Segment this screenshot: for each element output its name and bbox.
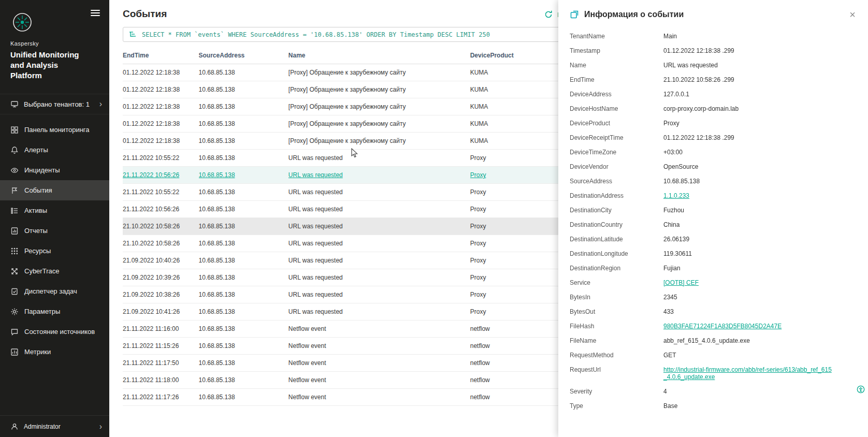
field-key: Name (570, 62, 663, 69)
sidebar-item-reports[interactable]: Отчеты (0, 221, 109, 241)
field-value: +03:00 (663, 149, 683, 156)
field-value: 2345 (663, 294, 677, 301)
field-key: RequestMethod (570, 352, 663, 359)
sidebar-item-dashboard[interactable]: Панель мониторинга (0, 120, 109, 140)
sidebar-item-cybertrace[interactable]: CyberTrace (0, 261, 109, 281)
close-icon[interactable]: × (849, 9, 856, 20)
field-key: DestinationLatitude (570, 236, 663, 243)
field-key: DestinationCountry (570, 221, 663, 228)
tenant-selector[interactable]: Выбрано тенантов: 1 › (0, 94, 109, 114)
sidebar-item-label: Метрики (24, 348, 51, 356)
event-field-row: SourceAddress10.68.85.138 (570, 174, 856, 188)
table-cell: 01.12.2022 12:18:38 (123, 98, 199, 115)
field-key: DeviceHostName (570, 105, 663, 112)
metrics-icon (10, 348, 19, 356)
field-value: 01.12.2022 12:18:38 .299 (663, 47, 734, 54)
table-cell: Proxy (470, 167, 562, 184)
column-header[interactable]: DeviceProduct (470, 47, 562, 64)
bell-icon (10, 146, 19, 154)
table-cell: 21.09.2022 10:39:26 (123, 269, 199, 286)
table-cell: URL was requested (288, 184, 470, 201)
sidebar-item-assets[interactable]: Активы (0, 200, 109, 221)
table-cell: 21.11.2022 11:16:00 (123, 321, 199, 338)
field-key: DestinationRegion (570, 265, 663, 272)
sidebar-item-label: Ресурсы (24, 247, 51, 255)
query-builder-icon[interactable] (128, 31, 137, 39)
cybertrace-icon (10, 267, 19, 275)
column-header[interactable]: EndTime (123, 47, 199, 64)
user-icon (10, 423, 19, 431)
user-name: Administrator (24, 423, 61, 430)
tasks-icon (10, 287, 19, 296)
field-value-link[interactable]: http://industrial-firmware.com/abb/ref-s… (663, 366, 834, 381)
sidebar-item-settings[interactable]: Параметры (0, 301, 109, 322)
chevron-right-icon: › (99, 422, 102, 431)
sidebar-item-label: Отчеты (24, 227, 48, 235)
table-cell: 21.09.2022 10:38:26 (123, 286, 199, 303)
table-cell: netflow (470, 389, 562, 406)
refresh-icon[interactable] (543, 9, 554, 20)
table-cell: Netflow event (288, 321, 470, 338)
table-cell: [Proxy] Обращение к зарубежному сайту (288, 81, 470, 98)
table-cell: 10.68.85.138 (199, 201, 288, 218)
report-icon (10, 227, 19, 235)
field-value-link[interactable]: 1.1.0.233 (663, 192, 689, 199)
field-value: 01.12.2022 12:18:38 .299 (663, 134, 734, 141)
chevron-right-icon: › (99, 99, 102, 109)
gear-icon (10, 308, 19, 316)
field-value: Fuzhou (663, 207, 684, 214)
event-field-row: NameURL was requested (570, 58, 856, 72)
table-cell: 21.11.2022 10:56:26 (123, 167, 199, 184)
table-cell: 10.68.85.138 (199, 235, 288, 252)
field-value: Proxy (663, 120, 679, 127)
sidebar-item-label: Параметры (24, 308, 60, 315)
table-cell: Netflow event (288, 372, 470, 389)
field-value-link[interactable]: 980B3FAE71224F1A83D5FB8045D2A47E (663, 323, 782, 330)
table-cell: Proxy (470, 184, 562, 201)
table-cell: URL was requested (288, 286, 470, 303)
sidebar-item-resources[interactable]: Ресурсы (0, 241, 109, 261)
table-cell: Proxy (470, 269, 562, 286)
column-header[interactable]: SourceAddress (199, 47, 288, 64)
field-value: Main (663, 33, 677, 40)
table-cell: URL was requested (288, 269, 470, 286)
table-cell: [Proxy] Обращение к зарубежному сайту (288, 115, 470, 133)
table-cell: Netflow event (288, 389, 470, 406)
sidebar-item-source-status[interactable]: Состояние источников (0, 322, 109, 342)
field-value-link[interactable]: [OOTB] CEF (663, 279, 699, 286)
table-cell: 10.68.85.138 (199, 269, 288, 286)
sidebar-item-incidents[interactable]: Инциденты (0, 160, 109, 180)
accessibility-icon[interactable] (857, 385, 865, 394)
menu-icon[interactable] (91, 8, 100, 18)
table-cell: 10.68.85.138 (199, 167, 288, 184)
sql-query-input[interactable]: SELECT * FROM `events` WHERE SourceAddre… (142, 31, 490, 38)
user-menu[interactable]: Administrator › (0, 415, 109, 437)
table-cell: 10.68.85.138 (199, 81, 288, 98)
eye-icon (10, 166, 19, 174)
sidebar-item-label: События (24, 186, 52, 194)
sidebar-item-events[interactable]: События (0, 180, 109, 200)
table-cell: 21.10.2022 10:58:26 (123, 235, 199, 252)
event-field-row: Severity4 (570, 384, 856, 399)
sidebar-item-task-manager[interactable]: Диспетчер задач (0, 281, 109, 301)
field-value: abb_ref_615_4.0.6_update.exe (663, 337, 750, 344)
table-cell: URL was requested (288, 167, 470, 184)
sidebar-item-alerts[interactable]: Алерты (0, 140, 109, 160)
event-field-row: TenantNameMain (570, 29, 856, 43)
sidebar-item-metrics[interactable]: Метрики (0, 342, 109, 362)
table-cell: 10.68.85.138 (199, 98, 288, 115)
table-cell: [Proxy] Обращение к зарубежному сайту (288, 133, 470, 150)
table-cell: 10.68.85.138 (199, 355, 288, 372)
brand-name: Kaspersky (10, 40, 99, 47)
table-cell: KUMA (470, 133, 562, 150)
product-name: Unified Monitoring and Analysis Platform (10, 50, 88, 80)
table-cell: KUMA (470, 115, 562, 133)
column-header[interactable]: Name (288, 47, 470, 64)
field-key: FileName (570, 337, 663, 344)
sidebar-nav: Панель мониторинга Алерты Инциденты Собы… (0, 120, 109, 415)
event-field-row: DestinationLongitude119.30611 (570, 246, 856, 261)
event-info-icon (570, 10, 579, 19)
table-cell: 10.68.85.138 (199, 150, 288, 167)
table-cell: 10.68.85.138 (199, 286, 288, 303)
field-value: 10.68.85.138 (663, 178, 700, 185)
